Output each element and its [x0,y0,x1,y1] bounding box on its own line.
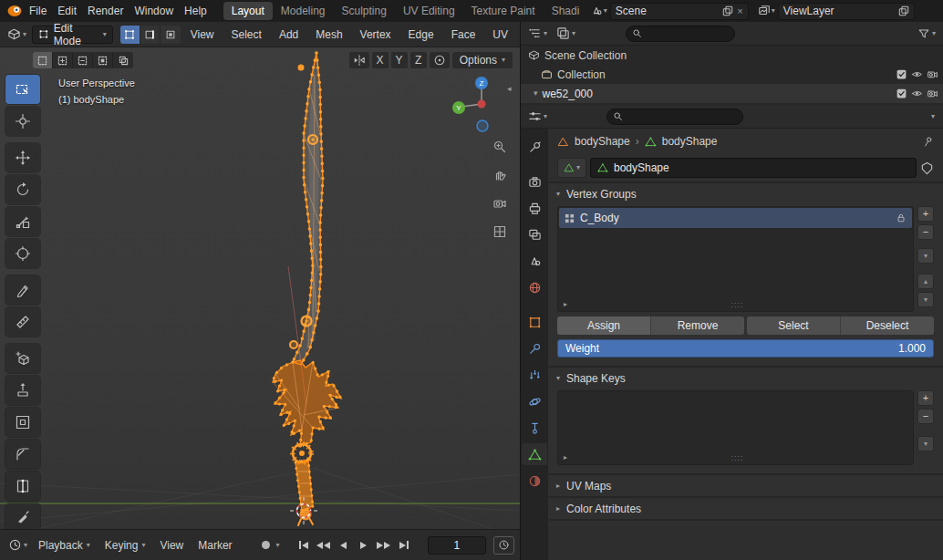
shape-keys-list[interactable]: ▸ :::: [557,390,914,465]
workspace-tab-shading[interactable]: Shadi [544,2,581,20]
menu-edge[interactable]: Edge [401,26,441,44]
tool-loop-cut[interactable] [5,472,40,501]
outliner-search-input[interactable] [626,26,735,42]
add-shape-key-button[interactable]: + [917,390,934,406]
tool-cursor[interactable] [5,107,40,136]
vertex-group-item-c-body[interactable]: C_Body [559,208,912,228]
edge-select-mode-button[interactable] [140,26,161,44]
face-select-mode-button[interactable] [161,26,181,44]
mesh-data-browse-button[interactable]: ▾ [557,158,586,178]
tab-object-data[interactable] [522,443,547,465]
duplicate-icon[interactable] [722,5,733,16]
uv-maps-header[interactable]: ▸ UV Maps [548,475,943,496]
navigation-gizmo[interactable]: Z Y [452,75,511,133]
chevron-down-icon[interactable]: ▾ [276,542,280,549]
list-filter-expander-icon[interactable]: ▸ [564,454,567,461]
tool-rotate[interactable] [5,175,40,204]
menu-face[interactable]: Face [444,26,483,44]
menu-add[interactable]: Add [272,26,306,44]
datablock-name-input[interactable]: bodyShape [590,158,917,178]
remove-shape-key-button[interactable]: − [917,409,934,424]
tab-material[interactable] [522,470,547,492]
outliner-row-scene-collection[interactable]: Scene Collection [521,46,943,65]
eye-icon[interactable] [911,88,923,99]
outliner-display-mode-button[interactable]: ▾ [554,25,578,42]
move-group-up-button[interactable]: ▴ [917,274,934,289]
timeline-editor-type-button[interactable]: ▾ [5,536,30,554]
tab-modifiers[interactable] [522,337,547,359]
camera-render-toggle-icon[interactable] [927,88,938,99]
tab-particles[interactable] [522,364,547,386]
scene-browse-button[interactable]: ▾ [588,3,609,20]
blender-logo-icon[interactable] [5,4,24,18]
workspace-tab-modeling[interactable]: Modeling [273,2,334,20]
tab-tool[interactable] [522,136,547,158]
menu-uv[interactable]: UV [485,26,515,44]
deselect-button[interactable]: Deselect [841,316,934,335]
tool-bevel[interactable] [5,440,40,469]
jump-to-start-button[interactable] [295,536,313,555]
duplicate-icon[interactable] [898,5,909,16]
list-resize-grip[interactable]: :::: [731,453,744,462]
tool-transform[interactable] [5,239,40,268]
workspace-tab-uv-editing[interactable]: UV Editing [395,2,463,20]
tool-select-box[interactable] [5,75,40,104]
vertex-groups-list[interactable]: C_Body ▸ :::: [557,206,914,312]
menu-select[interactable]: Select [224,26,269,44]
tool-scale[interactable] [5,207,40,236]
list-resize-grip[interactable]: :::: [731,300,744,309]
remove-button[interactable]: Remove [651,316,744,335]
menu-mesh[interactable]: Mesh [308,26,349,44]
tool-knife[interactable] [5,503,40,529]
menu-timeline-view[interactable]: View [153,539,190,552]
menu-vertex[interactable]: Vertex [353,26,399,44]
pan-hand-icon[interactable] [492,167,508,183]
vertex-select-mode-button[interactable] [120,26,140,44]
tab-world[interactable] [522,276,547,298]
menu-render[interactable]: Render [82,3,129,19]
tab-object[interactable] [522,311,547,333]
checkbox-checked-icon[interactable] [896,68,907,80]
current-frame-field[interactable]: 1 [428,536,487,555]
move-group-down-button[interactable]: ▾ [917,292,934,307]
breadcrumb-object-name[interactable]: bodyShape [575,135,630,148]
workspace-tab-texture-paint[interactable]: Texture Paint [463,2,544,20]
shape-key-specials-button[interactable]: ▾ [917,436,934,451]
menu-file[interactable]: File [24,3,52,19]
outliner-editor-type-button[interactable]: ▾ [525,25,550,42]
gizmo-z-negative[interactable] [477,120,488,131]
menu-window[interactable]: Window [129,3,179,19]
tool-inset-faces[interactable] [5,408,40,437]
menu-keying[interactable]: Keying▾ [98,539,152,552]
vertex-groups-header[interactable]: ▾ Vertex Groups [548,183,943,204]
play-reverse-button[interactable] [335,536,353,555]
viewport-3d[interactable]: X Y Z Options ▾ [0,47,520,529]
play-button[interactable] [355,536,373,555]
tab-physics[interactable] [522,390,547,412]
breadcrumb-data-name[interactable]: bodyShape [662,135,718,148]
properties-search-input[interactable] [606,109,743,125]
outliner-row-collection[interactable]: Collection [521,65,943,84]
view-layer-browse-button[interactable]: ▾ [756,3,777,20]
close-icon[interactable]: × [737,6,742,16]
menu-help[interactable]: Help [179,3,212,19]
auto-keying-button[interactable] [257,536,275,555]
tool-extrude-region[interactable] [5,376,40,405]
tab-constraints[interactable] [522,417,547,439]
tab-output[interactable] [522,197,547,219]
tab-render[interactable] [522,171,547,192]
add-vertex-group-button[interactable]: + [917,206,934,222]
tab-scene[interactable] [522,250,547,272]
zoom-icon[interactable] [492,139,508,155]
vertex-group-specials-button[interactable]: ▾ [917,248,934,264]
menu-view[interactable]: View [183,26,222,44]
camera-render-toggle-icon[interactable] [927,68,938,80]
menu-edit[interactable]: Edit [52,3,82,19]
tool-move[interactable] [5,143,40,172]
color-attributes-header[interactable]: ▸ Color Attributes [548,498,943,519]
mesh-object-sword[interactable] [0,47,520,529]
checkbox-checked-icon[interactable] [896,88,907,99]
view-layer-name-field[interactable]: ViewLayer [778,3,915,20]
properties-editor-type-button[interactable]: ▾ [525,108,550,125]
playback-sync-button[interactable] [493,536,514,555]
